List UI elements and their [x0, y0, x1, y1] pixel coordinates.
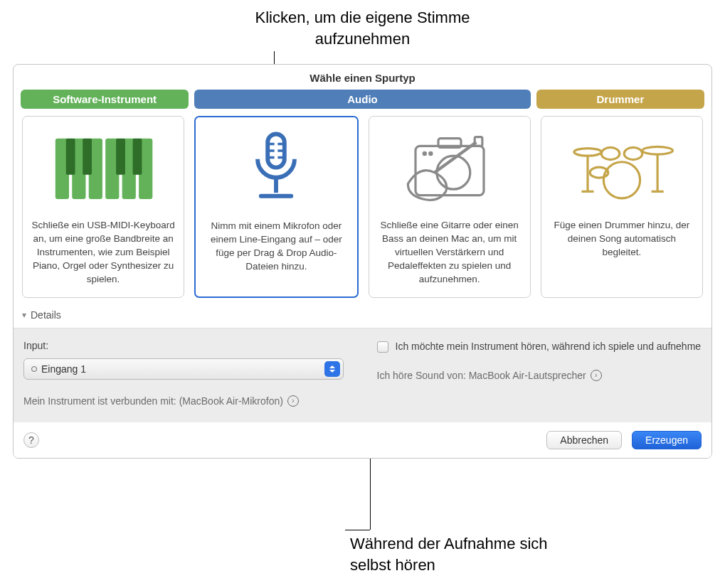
- callout-line-bottom-h: [345, 530, 370, 530]
- svg-point-32: [603, 161, 640, 198]
- sound-output-row[interactable]: Ich höre Sound von: MacBook Air-Lautspre…: [377, 370, 702, 381]
- track-type-dialog: Wähle einen Spurtyp Software-Instrument …: [13, 64, 712, 459]
- drumkit-icon: [565, 127, 679, 210]
- monitor-checkbox-label: Ich möchte mein Instrument hören, währen…: [396, 340, 702, 354]
- card-drummer-text: Füge einen Drummer hinzu, der deinen Son…: [550, 219, 694, 260]
- card-microphone[interactable]: Nimm mit einem Mikrofon oder einem Line-…: [194, 116, 358, 298]
- dialog-title: Wähle einen Spurtyp: [14, 65, 711, 90]
- card-guitar-text: Schließe eine Gitarre oder einen Bass an…: [378, 219, 522, 286]
- svg-rect-6: [66, 138, 75, 174]
- svg-rect-7: [83, 138, 92, 174]
- goto-arrow-icon[interactable]: ›: [287, 395, 299, 407]
- monitor-checkbox[interactable]: [377, 341, 388, 353]
- input-select[interactable]: Eingang 1: [23, 358, 344, 380]
- svg-point-31: [624, 147, 642, 159]
- details-panel: Input: Eingang 1 Mein Instrument ist ver…: [14, 328, 711, 422]
- svg-point-30: [601, 147, 620, 159]
- svg-rect-8: [116, 138, 125, 174]
- card-software-text: Schließe ein USB-MIDI-Keyboard an, um ei…: [31, 219, 175, 286]
- details-label: Details: [31, 309, 61, 321]
- card-mic-text: Nimm mit einem Mikrofon oder einem Line-…: [204, 220, 348, 274]
- guitar-amp-icon: [393, 127, 507, 210]
- tab-drummer[interactable]: Drummer: [536, 90, 704, 109]
- svg-point-28: [642, 146, 673, 154]
- chevron-down-icon: ▾: [22, 310, 26, 320]
- tab-audio[interactable]: Audio: [194, 90, 531, 109]
- help-button[interactable]: ?: [23, 432, 39, 448]
- details-disclosure[interactable]: ▾ Details: [22, 309, 703, 321]
- track-option-cards: Schließe ein USB-MIDI-Keyboard an, um ei…: [22, 116, 703, 298]
- sound-output-label: Ich höre Sound von: MacBook Air-Lautspre…: [377, 370, 586, 381]
- input-select-value: Eingang 1: [41, 363, 86, 375]
- annotation-record-voice: Klicken, um die eigene Stimme aufzunehme…: [242, 7, 484, 49]
- track-type-tabs: Software-Instrument Audio Drummer: [21, 90, 704, 109]
- svg-rect-25: [475, 137, 482, 146]
- svg-point-21: [436, 156, 470, 189]
- annotation-monitor: Während der Aufnahme sich selbst hören: [350, 533, 549, 575]
- input-channel-dot-icon: [31, 366, 37, 372]
- instrument-connected-row[interactable]: Mein Instrument ist verbunden mit: (MacB…: [23, 395, 349, 407]
- create-button[interactable]: Erzeugen: [632, 431, 702, 449]
- microphone-icon: [219, 127, 333, 211]
- svg-point-23: [428, 151, 433, 155]
- instrument-connected-label: Mein Instrument ist verbunden mit: (MacB…: [23, 395, 283, 407]
- card-software-instrument[interactable]: Schließe ein USB-MIDI-Keyboard an, um ei…: [22, 116, 184, 298]
- dialog-footer: ? Abbrechen Erzeugen: [14, 422, 711, 458]
- card-drummer[interactable]: Füge einen Drummer hinzu, der deinen Son…: [541, 116, 703, 298]
- card-guitar[interactable]: Schließe eine Gitarre oder einen Bass an…: [369, 116, 531, 298]
- tab-software-instrument[interactable]: Software-Instrument: [21, 90, 189, 109]
- keyboard-icon: [46, 127, 160, 210]
- monitor-checkbox-row[interactable]: Ich möchte mein Instrument hören, währen…: [377, 340, 702, 354]
- svg-rect-9: [133, 138, 142, 174]
- svg-point-22: [422, 151, 426, 155]
- svg-point-26: [574, 148, 601, 156]
- select-stepper-icon[interactable]: [324, 361, 340, 377]
- input-label: Input:: [23, 340, 349, 351]
- cancel-button[interactable]: Abbrechen: [546, 431, 622, 449]
- goto-arrow-icon[interactable]: ›: [591, 370, 602, 381]
